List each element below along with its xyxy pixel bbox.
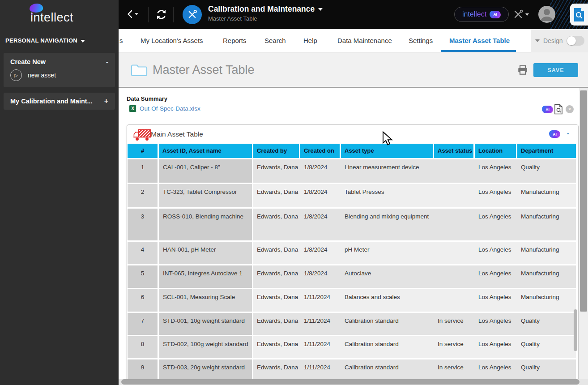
cell-location: Los Angeles: [475, 313, 517, 335]
user-avatar[interactable]: [538, 5, 556, 25]
column-header-created-by[interactable]: Created by: [253, 144, 299, 158]
table-row[interactable]: 3 ROSS-010, Blending machine Edwards, Da…: [128, 209, 577, 240]
page-horizontal-scrollbar[interactable]: [119, 379, 588, 385]
collapse-minus-icon[interactable]: -: [106, 58, 108, 66]
row-detail-cells: Edwards, Dana 1/8/2024 Tablet Presses Lo…: [253, 184, 576, 207]
tab-help[interactable]: Help: [303, 37, 317, 44]
my-calibration-panel[interactable]: My Calibration and Maint... +: [4, 93, 115, 110]
ai-cloud-icon: AI: [490, 11, 501, 18]
remove-attachment-button[interactable]: ✕: [566, 105, 574, 113]
column-header-asset-status[interactable]: Asset status: [434, 144, 473, 158]
cell-created-by: Edwards, Dana: [253, 209, 300, 240]
folder-icon: [131, 63, 148, 78]
cell-asset-type: Autoclave: [341, 265, 434, 288]
column-header-department[interactable]: Department: [517, 144, 576, 158]
cell-asset-id-name: TC-323, Tablet Compressor: [159, 184, 252, 207]
tab-settings[interactable]: Settings: [409, 37, 433, 44]
row-detail-cells: Edwards, Dana 1/8/2024 Blending and mixi…: [253, 209, 576, 240]
page-vertical-scrollbar-thumb[interactable]: [580, 90, 587, 312]
design-label: Design: [543, 37, 563, 44]
create-new-title: Create New: [10, 58, 46, 65]
caret-down-icon[interactable]: [535, 39, 540, 42]
attachment-link[interactable]: X Out-Of-Spec-Data.xlsx: [129, 105, 200, 112]
refresh-icon: [155, 9, 167, 21]
intellect-ai-badge[interactable]: intellect AI: [454, 7, 509, 22]
topbar: Calibration and Maintenance Master Asset…: [119, 0, 588, 29]
table-vertical-scrollbar-thumb[interactable]: [574, 309, 577, 351]
document-search-icon: [573, 8, 585, 22]
column-header-asset[interactable]: Asset ID, Asset name: [159, 144, 252, 158]
cell-asset-id-name: CAL-001, Caliper - 8": [159, 159, 252, 183]
cell-row-number: 3: [128, 209, 158, 240]
column-header-created-on[interactable]: Created on: [300, 144, 340, 158]
tab-data-maintenance[interactable]: Data Maintenance: [337, 37, 392, 44]
collapse-panel-button[interactable]: -: [567, 129, 569, 137]
cell-row-number: 8: [128, 336, 158, 358]
module-title-dropdown[interactable]: Calibration and Maintenance: [208, 4, 323, 14]
cell-created-by: Edwards, Dana: [253, 265, 300, 288]
brand-name: intellect: [30, 11, 73, 25]
cell-row-number: 6: [128, 289, 158, 312]
row-detail-cells: Edwards, Dana 1/11/2024 Calibration stan…: [253, 313, 576, 335]
tab-my-locations-assets[interactable]: My Location's Assets: [141, 37, 203, 44]
personal-navigation-header[interactable]: PERSONAL NAVIGATION: [5, 37, 85, 44]
print-button[interactable]: [517, 64, 528, 77]
divider: [173, 7, 174, 22]
cell-location: Los Angeles: [475, 289, 517, 312]
cell-created-by: Edwards, Dana: [253, 159, 300, 183]
content-area: Data Summary X Out-Of-Spec-Data.xlsx AI …: [119, 88, 588, 385]
cell-asset-type: Balances and scales: [341, 289, 434, 312]
cell-department: Manufacturing: [517, 209, 576, 240]
table-row[interactable]: 4 HAN-001, pH Meter Edwards, Dana 1/8/20…: [128, 242, 577, 264]
tools-menu-button[interactable]: [513, 9, 529, 20]
tab-search[interactable]: Search: [264, 37, 286, 44]
save-button[interactable]: SAVE: [533, 63, 578, 77]
panel-header: Main Asset Table AI -: [127, 125, 578, 144]
table-header-row: # Asset ID, Asset name Created by Create…: [128, 144, 578, 158]
cell-asset-status: [434, 159, 475, 183]
cell-asset-id-name: STD-002, 100g weight standard: [159, 336, 252, 358]
cell-department: Manufacturing: [517, 184, 576, 207]
sidebar-item-new-asset[interactable]: ▷ new asset: [4, 66, 115, 81]
refresh-button[interactable]: [155, 9, 167, 22]
table-row[interactable]: 1 CAL-001, Caliper - 8" Edwards, Dana 1/…: [128, 159, 577, 183]
table-row[interactable]: 8 STD-002, 100g weight standard Edwards,…: [128, 336, 577, 358]
expand-plus-icon[interactable]: +: [104, 97, 108, 105]
tab-reports[interactable]: Reports: [223, 37, 247, 44]
my-calibration-title: My Calibration and Maint...: [10, 98, 93, 105]
ai-cloud-icon[interactable]: AI: [542, 106, 553, 113]
cell-department: Manufacturing: [517, 242, 576, 264]
module-icon-button[interactable]: [183, 5, 202, 24]
panel-title: Main Asset Table: [151, 130, 203, 138]
back-button[interactable]: [127, 10, 138, 18]
page-vertical-scrollbar[interactable]: [579, 88, 588, 379]
cell-asset-status: [434, 209, 475, 240]
tab-bar: s My Location's Assets Reports Search He…: [119, 29, 588, 52]
table-row[interactable]: 5 INT-065, Integres Autoclave 1 Edwards,…: [128, 265, 577, 288]
table-row[interactable]: 7 STD-001, 10g weight standard Edwards, …: [128, 313, 577, 335]
design-toggle[interactable]: [567, 36, 584, 46]
page-horizontal-scrollbar-thumb[interactable]: [121, 379, 579, 385]
column-header-location[interactable]: Location: [475, 144, 516, 158]
attachment-file-name: Out-Of-Spec-Data.xlsx: [140, 105, 200, 112]
cell-asset-id-name: INT-065, Integres Autoclave 1: [159, 265, 252, 288]
app-logo[interactable]: intellect: [0, 0, 119, 29]
column-header-asset-type[interactable]: Asset type: [341, 144, 433, 158]
cell-department: Quality: [517, 313, 576, 335]
tab-truncated[interactable]: s: [119, 37, 123, 44]
tab-master-asset-table[interactable]: Master Asset Table: [449, 37, 510, 44]
person-icon: [538, 5, 556, 23]
doc-search-panel-button[interactable]: [570, 4, 588, 26]
cell-asset-status: In service: [434, 336, 475, 358]
file-preview-button[interactable]: [554, 104, 563, 116]
cell-location: Los Angeles: [475, 242, 517, 264]
cell-department: Manufacturing: [517, 289, 576, 312]
ai-cloud-icon[interactable]: AI: [549, 130, 560, 138]
column-header-num[interactable]: #: [128, 144, 158, 158]
cell-row-number: 4: [128, 242, 158, 264]
cell-asset-status: [434, 184, 475, 207]
table-row[interactable]: 6 SCL-001, Measuring Scale Edwards, Dana…: [128, 289, 577, 312]
table-row[interactable]: 2 TC-323, Tablet Compressor Edwards, Dan…: [128, 184, 577, 207]
cell-asset-type: pH Meter: [341, 242, 434, 264]
printer-icon: [517, 64, 528, 76]
